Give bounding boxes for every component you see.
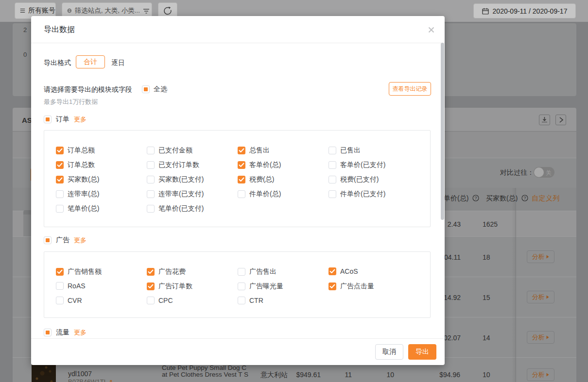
svg-text:?: ? xyxy=(474,196,477,200)
svg-text:?: ? xyxy=(523,196,526,200)
